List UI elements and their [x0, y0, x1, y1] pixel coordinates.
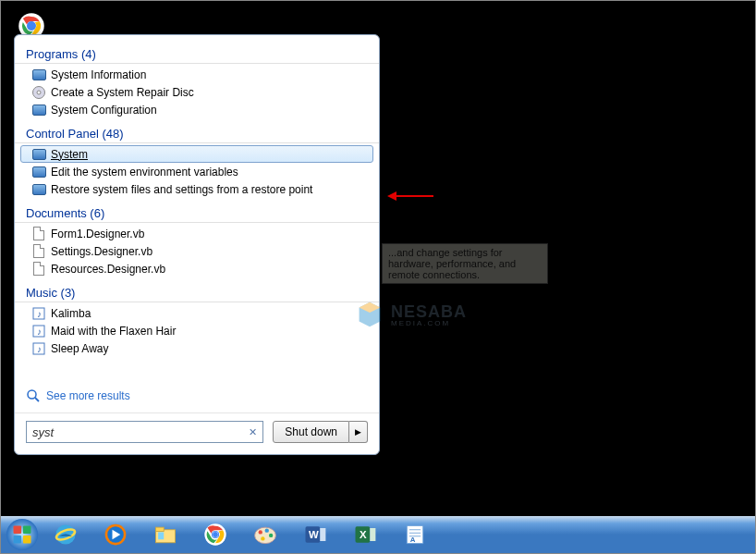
result-label: System [51, 148, 88, 161]
svg-line-12 [35, 398, 39, 401]
taskbar: W X A [1, 516, 755, 553]
monitor-icon [31, 103, 46, 117]
result-system[interactable]: System [20, 145, 373, 163]
result-label: Settings.Designer.vb [51, 245, 152, 258]
svg-rect-44 [370, 528, 375, 541]
result-create-repair-disc[interactable]: Create a System Repair Disc [15, 83, 379, 101]
monitor-icon [31, 147, 46, 162]
document-icon [31, 244, 46, 259]
search-icon [26, 388, 41, 403]
svg-marker-14 [387, 191, 396, 201]
section-header-programs: Programs (4) [15, 44, 379, 64]
monitor-icon [31, 182, 46, 197]
search-input[interactable] [32, 425, 246, 439]
monitor-icon [31, 68, 46, 82]
svg-point-38 [261, 536, 264, 540]
svg-rect-18 [14, 526, 22, 535]
start-menu-bottom-bar: ✕ Shut down ▶ [15, 412, 379, 447]
clear-search-icon[interactable]: ✕ [246, 425, 259, 438]
svg-rect-20 [14, 536, 22, 544]
disc-icon [31, 85, 46, 100]
svg-rect-41 [320, 528, 325, 541]
result-label: Kalimba [51, 307, 91, 320]
taskbar-ie[interactable] [42, 519, 90, 550]
svg-point-17 [6, 519, 38, 550]
taskbar-wordpad[interactable]: A [391, 519, 439, 550]
svg-point-35 [259, 530, 262, 534]
result-label: Create a System Repair Disc [51, 86, 194, 99]
svg-text:♪: ♪ [37, 309, 42, 319]
music-icon: ♪ [31, 324, 46, 339]
svg-text:W: W [309, 529, 319, 540]
shutdown-button-group: Shut down ▶ [273, 421, 368, 443]
see-more-results[interactable]: See more results [15, 385, 379, 407]
taskbar-paint[interactable] [241, 519, 289, 550]
section-header-music: Music (3) [15, 283, 379, 302]
start-button[interactable] [5, 517, 40, 552]
taskbar-chrome[interactable] [191, 519, 239, 550]
search-box[interactable]: ✕ [26, 421, 263, 443]
svg-rect-29 [158, 532, 164, 539]
svg-text:X: X [360, 529, 367, 540]
start-menu-search-results: Programs (4) System Information Create a… [14, 34, 380, 455]
result-label: Edit the system environment variables [51, 166, 238, 179]
watermark: NESABA MEDIA.COM [352, 297, 467, 332]
svg-point-37 [269, 534, 273, 537]
svg-text:♪: ♪ [37, 344, 42, 354]
section-header-documents: Documents (6) [15, 203, 379, 223]
result-system-configuration[interactable]: System Configuration [15, 101, 379, 118]
result-restore-point[interactable]: Restore system files and settings from a… [15, 180, 379, 198]
svg-rect-21 [23, 536, 31, 544]
result-label: Form1.Designer.vb [51, 228, 144, 240]
system-tooltip: ...and change settings for hardware, per… [382, 243, 548, 284]
result-kalimba[interactable]: ♪ Kalimba [15, 304, 379, 322]
taskbar-file-explorer[interactable] [141, 519, 189, 550]
result-label: System Configuration [51, 104, 157, 117]
svg-rect-28 [156, 527, 165, 531]
svg-rect-19 [23, 526, 31, 535]
svg-point-11 [28, 390, 36, 399]
document-icon [31, 262, 46, 277]
result-label: Restore system files and settings from a… [51, 183, 312, 196]
result-label: Maid with the Flaxen Hair [51, 325, 176, 338]
watermark-logo-icon [352, 297, 387, 332]
monitor-icon [31, 165, 46, 179]
svg-point-36 [265, 528, 269, 532]
result-label: System Information [51, 68, 146, 81]
music-icon: ♪ [31, 306, 46, 321]
taskbar-media-player[interactable] [91, 519, 140, 550]
result-resources-designer[interactable]: Resources.Designer.vb [15, 260, 379, 277]
taskbar-excel[interactable]: X [341, 519, 389, 550]
result-maid-flaxen[interactable]: ♪ Maid with the Flaxen Hair [15, 322, 379, 339]
music-icon: ♪ [31, 341, 46, 356]
svg-text:A: A [410, 536, 416, 544]
result-settings-designer[interactable]: Settings.Designer.vb [15, 242, 379, 260]
result-sleep-away[interactable]: ♪ Sleep Away [15, 339, 379, 357]
result-system-information[interactable]: System Information [15, 66, 379, 83]
result-label: Sleep Away [51, 342, 109, 355]
result-form1-designer[interactable]: Form1.Designer.vb [15, 225, 379, 242]
document-icon [31, 227, 46, 241]
svg-text:♪: ♪ [37, 326, 42, 337]
see-more-label: See more results [46, 389, 130, 402]
shutdown-options-arrow[interactable]: ▶ [349, 421, 368, 443]
svg-point-4 [37, 91, 41, 94]
taskbar-word[interactable]: W [291, 519, 339, 550]
result-label: Resources.Designer.vb [51, 263, 165, 276]
result-env-variables[interactable]: Edit the system environment variables [15, 163, 379, 180]
svg-point-33 [213, 532, 218, 537]
section-header-control-panel: Control Panel (48) [15, 124, 379, 143]
annotation-arrow-icon [387, 189, 433, 206]
shutdown-button[interactable]: Shut down [273, 421, 349, 443]
